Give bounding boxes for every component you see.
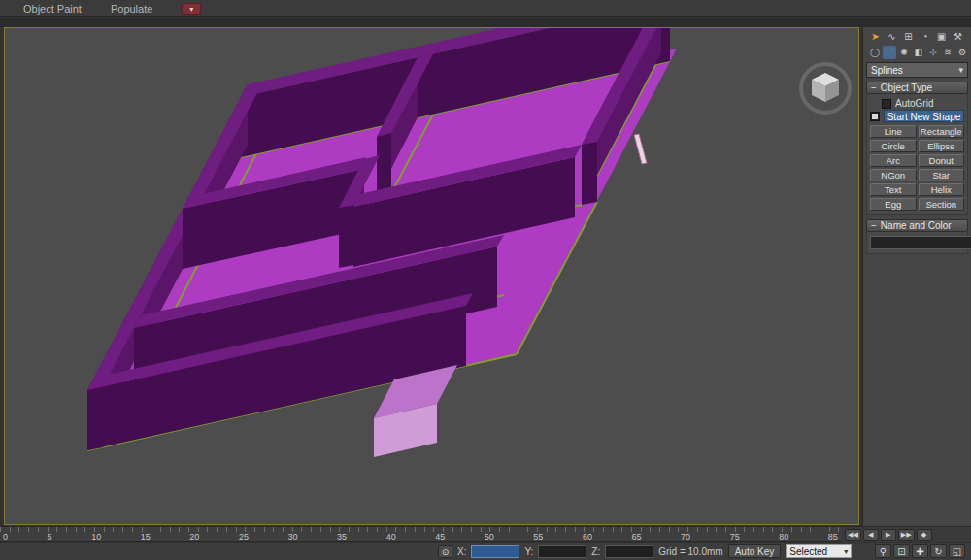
object-type-button-rectangle[interactable]: Rectangle xyxy=(919,125,965,138)
object-type-button-section[interactable]: Section xyxy=(919,198,965,211)
frame-label: 20 xyxy=(189,532,199,542)
zoom-extents-icon[interactable]: ⊡ xyxy=(893,544,910,558)
frame-label: 40 xyxy=(386,532,396,542)
object-type-button-egg[interactable]: Egg xyxy=(870,198,917,211)
zoom-icon[interactable]: ⚲ xyxy=(875,544,891,558)
divider-lower-face-south[interactable] xyxy=(339,205,354,268)
object-type-button-text[interactable]: Text xyxy=(870,183,917,196)
collapse-icon: − xyxy=(871,82,877,93)
cameras-category-icon[interactable]: ◧ xyxy=(912,46,925,59)
frame-label: 80 xyxy=(779,532,788,542)
object-type-button-donut[interactable]: Donut xyxy=(919,154,965,167)
geometry-category-icon[interactable]: ◯ xyxy=(868,46,882,59)
frame-label: 15 xyxy=(141,532,151,542)
previous-frame-button[interactable]: ◀ xyxy=(863,529,879,541)
orbit-icon[interactable]: ↻ xyxy=(930,544,947,558)
frame-label: 70 xyxy=(681,532,690,542)
object-type-button-line[interactable]: Line xyxy=(870,125,917,138)
chevron-down-icon: ▾ xyxy=(844,545,848,558)
ribbon-gap-strip xyxy=(0,18,971,27)
3dsmax-window: Object Paint Populate ▾ xyxy=(0,0,971,560)
command-panel-tabs: ➤ ∿ ⊞ ◔ ▣ ⚒ xyxy=(863,27,971,44)
selection-lock-toggle-icon[interactable]: ⊙ xyxy=(438,545,452,558)
object-type-button-star[interactable]: Star xyxy=(919,169,965,181)
shape-category-dropdown-value: Splines xyxy=(871,65,903,76)
ribbon-tab-populate[interactable]: Populate xyxy=(111,3,152,15)
frame-label: 50 xyxy=(485,532,494,542)
object-type-button-arc[interactable]: Arc xyxy=(870,154,917,167)
motion-tab-icon[interactable]: ◔ xyxy=(918,30,932,44)
ribbon-tab-object-paint[interactable]: Object Paint xyxy=(23,3,82,15)
chevron-down-icon: ▾ xyxy=(958,65,963,75)
start-new-shape-button[interactable]: Start New Shape xyxy=(884,110,964,122)
autogrid-checkbox[interactable] xyxy=(882,99,891,109)
frame-label: 65 xyxy=(632,532,642,542)
x-coordinate-input[interactable] xyxy=(471,545,519,558)
hierarchy-tab-icon[interactable]: ⊞ xyxy=(901,30,916,44)
transport-controls: ◀◀ ◀ ▶ ▶▶ ◆ xyxy=(841,526,971,542)
start-new-shape-checkbox[interactable] xyxy=(870,112,880,121)
y-coordinate-input[interactable] xyxy=(538,545,586,558)
frame-label: 25 xyxy=(239,532,249,542)
name-and-color-rollout-body xyxy=(866,232,968,254)
utilities-tab-icon[interactable]: ⚒ xyxy=(951,30,965,44)
play-button[interactable]: ▶ xyxy=(881,529,896,541)
shape-category-dropdown[interactable]: Splines ▾ xyxy=(866,62,968,78)
create-tab-icon[interactable]: ➤ xyxy=(868,30,883,44)
y-coordinate-label: Y: xyxy=(524,546,533,557)
viewport-navigation-controls: ⚲ ⊡ ✚ ↻ ◱ xyxy=(875,544,965,558)
status-bar: ⊙ X: Y: Z: Grid = 10.0mm Auto Key Select… xyxy=(0,543,971,560)
collapse-icon: − xyxy=(871,220,877,231)
systems-category-icon[interactable]: ⚙ xyxy=(955,46,969,59)
object-type-rollout-header[interactable]: − Object Type xyxy=(866,82,968,94)
object-type-rollout-title: Object Type xyxy=(881,82,932,93)
object-type-button-circle[interactable]: Circle xyxy=(870,140,917,152)
object-type-buttons: Line Rectangle Circle Ellipse Arc Donut … xyxy=(870,125,964,211)
object-name-input[interactable] xyxy=(870,236,971,249)
time-track-bar[interactable]: 0 5 10 15 20 25 30 35 40 45 50 55 60 65 … xyxy=(0,526,841,542)
perspective-viewport[interactable] xyxy=(4,27,859,525)
floorplan-spline-object[interactable] xyxy=(87,28,677,457)
frame-label: 75 xyxy=(730,532,740,542)
z-coordinate-input[interactable] xyxy=(605,545,653,558)
maximize-viewport-icon[interactable]: ◱ xyxy=(949,544,965,558)
create-categories: ◯ ⌒ ✺ ◧ ⊹ ≋ ⚙ xyxy=(863,44,971,59)
helpers-category-icon[interactable]: ⊹ xyxy=(926,46,940,59)
object-type-button-ngon[interactable]: NGon xyxy=(870,169,917,181)
frame-label: 85 xyxy=(828,532,838,542)
grid-size-label: Grid = 10.0mm xyxy=(658,546,722,557)
display-tab-icon[interactable]: ▣ xyxy=(934,30,949,44)
frame-label: 55 xyxy=(533,532,543,542)
previous-key-button[interactable]: ◀◀ xyxy=(845,529,861,541)
ribbon-tool-icon[interactable]: ▾ xyxy=(182,3,201,15)
viewcube[interactable] xyxy=(801,64,850,113)
command-panel: ➤ ∿ ⊞ ◔ ▣ ⚒ ◯ ⌒ ✺ ◧ ⊹ ≋ ⚙ Splines ▾ − Ob… xyxy=(862,27,971,526)
object-type-button-helix[interactable]: Helix xyxy=(919,183,965,196)
selection-set-value: Selected xyxy=(789,545,827,558)
key-mode-button[interactable]: ◆ xyxy=(917,529,932,541)
pan-icon[interactable]: ✚ xyxy=(912,544,928,558)
object-type-rollout-body: AutoGrid Start New Shape Line Rectangle … xyxy=(866,94,968,215)
x-coordinate-label: X: xyxy=(457,546,466,557)
name-and-color-rollout-header[interactable]: − Name and Color xyxy=(866,219,968,232)
auto-key-button[interactable]: Auto Key xyxy=(728,544,782,558)
wall-east-face-south[interactable] xyxy=(582,142,597,205)
shapes-category-icon[interactable]: ⌒ xyxy=(883,46,896,59)
space-warps-category-icon[interactable]: ≋ xyxy=(941,46,954,59)
frame-label: 10 xyxy=(91,532,101,542)
object-type-button-ellipse[interactable]: Ellipse xyxy=(919,140,965,152)
viewport-canvas[interactable] xyxy=(5,28,858,524)
frame-label: 45 xyxy=(435,532,445,542)
name-and-color-rollout-title: Name and Color xyxy=(881,220,952,231)
frame-label: 60 xyxy=(583,532,592,542)
lights-category-icon[interactable]: ✺ xyxy=(897,46,911,59)
next-frame-button[interactable]: ▶▶ xyxy=(898,529,915,541)
selection-set-dropdown[interactable]: Selected ▾ xyxy=(786,544,852,558)
frame-label: 0 xyxy=(3,532,8,542)
divider-upper-face-south[interactable] xyxy=(377,133,391,197)
track-bar-labels: 0 5 10 15 20 25 30 35 40 45 50 55 60 65 … xyxy=(0,532,841,542)
frame-label: 30 xyxy=(287,532,297,542)
z-coordinate-label: Z: xyxy=(591,546,600,557)
frame-label: 35 xyxy=(337,532,347,542)
modify-tab-icon[interactable]: ∿ xyxy=(885,30,899,44)
